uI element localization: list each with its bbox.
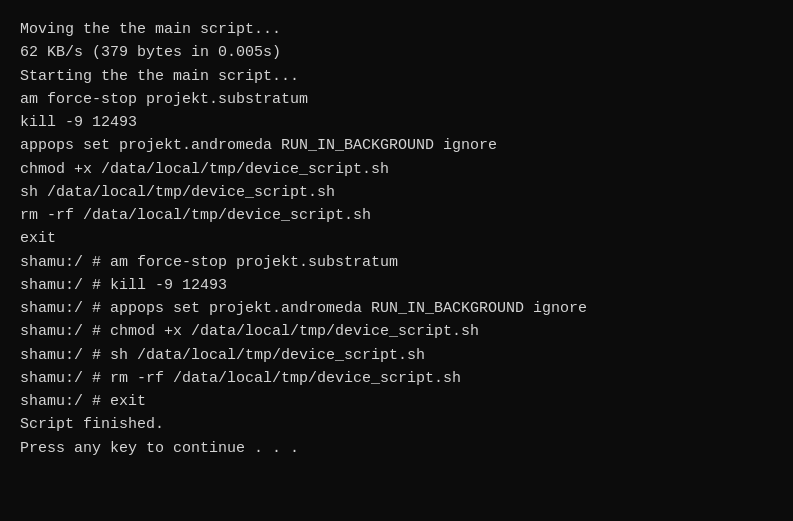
terminal-line: Starting the the main script... — [20, 65, 773, 88]
terminal-line: Script finished. — [20, 413, 773, 436]
terminal-line: kill -9 12493 — [20, 111, 773, 134]
terminal-line: am force-stop projekt.substratum — [20, 88, 773, 111]
terminal-line: shamu:/ # appops set projekt.andromeda R… — [20, 297, 773, 320]
terminal-line: Moving the the main script... — [20, 18, 773, 41]
terminal-line: exit — [20, 227, 773, 250]
terminal-line: shamu:/ # rm -rf /data/local/tmp/device_… — [20, 367, 773, 390]
terminal-line: shamu:/ # am force-stop projekt.substrat… — [20, 251, 773, 274]
terminal-line: shamu:/ # chmod +x /data/local/tmp/devic… — [20, 320, 773, 343]
terminal-line: sh /data/local/tmp/device_script.sh — [20, 181, 773, 204]
terminal-line: 62 KB/s (379 bytes in 0.005s) — [20, 41, 773, 64]
terminal-line: rm -rf /data/local/tmp/device_script.sh — [20, 204, 773, 227]
terminal-line: shamu:/ # kill -9 12493 — [20, 274, 773, 297]
terminal-line: shamu:/ # sh /data/local/tmp/device_scri… — [20, 344, 773, 367]
terminal-line: Press any key to continue . . . — [20, 437, 773, 460]
terminal-line: chmod +x /data/local/tmp/device_script.s… — [20, 158, 773, 181]
terminal-line: shamu:/ # exit — [20, 390, 773, 413]
terminal-line: appops set projekt.andromeda RUN_IN_BACK… — [20, 134, 773, 157]
terminal-window: Moving the the main script...62 KB/s (37… — [0, 0, 793, 521]
